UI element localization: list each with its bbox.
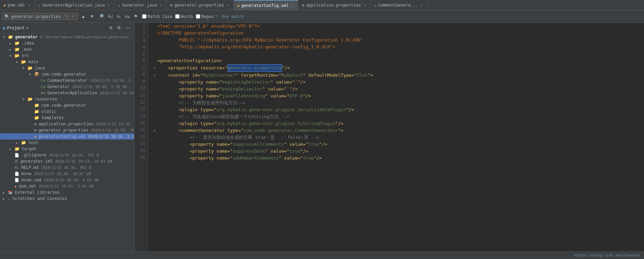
tab-comment-gen[interactable]: ☕ CommentGenera... ✕ [371, 0, 428, 10]
tree-item-target[interactable]: ▶ 📁 target [0, 146, 134, 152]
tab-close-pom[interactable]: ✕ [27, 3, 31, 7]
filter-results-btn[interactable]: ⚑ [132, 13, 139, 20]
java-icon: ☕ [374, 3, 376, 8]
tab-app-props[interactable]: ⚙ application.properties ✕ [298, 0, 370, 10]
words-checkbox[interactable] [175, 14, 180, 19]
tree-item-ext-libs[interactable]: ▶ 📚 External Libraries [0, 189, 134, 195]
search-input[interactable] [11, 14, 63, 19]
main-area: ▣ Project ▾ ⊞ ⚙ — ▼ 📁 generator D:\DevSo… [0, 23, 644, 251]
code-content: "/> [282, 65, 290, 71]
xml-icon: ◈ [237, 3, 240, 8]
sidebar-settings-btn[interactable]: ⚙ [115, 25, 122, 31]
code-content: suppressDate [233, 148, 265, 155]
arrow-icon: ▶ [3, 197, 7, 201]
code-area[interactable]: <?xml version="1.0" encoding="UTF-8"?> <… [148, 23, 644, 251]
regex-help-icon[interactable]: ? [215, 14, 217, 19]
tree-item-idea[interactable]: ▶ 📁 .idea [0, 40, 134, 46]
folder-icon: 📂 [28, 97, 33, 102]
code-content: endingDelimiter [222, 86, 262, 93]
tree-extra: 2020/2/15 19:53, 3.42 kB [39, 184, 93, 189]
search-refresh-btn[interactable]: ↻ [64, 14, 69, 19]
tree-item-mvn[interactable]: ▶ 📁 .mvn [0, 46, 134, 52]
next-match-btn[interactable]: ▼ [88, 13, 95, 20]
code-content: " defaultModelType=" [303, 72, 357, 79]
tree-label: test [28, 140, 38, 145]
tab-label: application.properties [306, 3, 361, 8]
tree-extra: 2020/2/15 19:53, 10.83 kB [55, 159, 112, 164]
tree-item-mvnw-cmd[interactable]: 📄 mvnw.cmd 2020/2/15 16:36, 6.61 kB [0, 177, 134, 183]
tree-item-package[interactable]: ▼ 📦 com.code.generator [0, 71, 134, 77]
tree-item-res-package[interactable]: 📁 com.code.generator [0, 102, 134, 108]
props-icon: ⚙ [302, 3, 304, 8]
tree-item-help-md[interactable]: M↓ HELP.md 2020/2/15 16:36, 902 B [0, 164, 134, 171]
tree-label: generator.properties [39, 128, 89, 133]
regex-checkbox[interactable] [196, 14, 200, 19]
filter-btn1[interactable]: Aₐ| [107, 13, 114, 19]
tree-item-generator-root[interactable]: ▼ 📁 generator D:\DevSoftWare\IDEA\workSp… [0, 34, 134, 40]
tab-close-gen-java[interactable]: ✕ [159, 3, 163, 7]
tab-close-gen-props[interactable]: ✕ [226, 3, 230, 7]
tree-label: mvnw.cmd [21, 178, 41, 182]
code-content: beginningDelimiter [222, 79, 271, 86]
regex-option[interactable]: Regex ? [196, 14, 217, 19]
tree-item-scratches[interactable]: ▶ ✏ Scratches and Consoles [0, 195, 134, 202]
tree-label: resources [35, 97, 57, 102]
folder-icon: 📁 [14, 146, 20, 151]
tab-generator-java[interactable]: ☕ Generator.java ✕ [114, 0, 167, 10]
tree-item-templates[interactable]: 📁 templates [0, 115, 134, 121]
line-numbers: 1 2 3 4 5 6 7 8 9 10 11 12 13 14 15 16 1… [134, 23, 148, 251]
code-line-4: "http://mybatis.org/dtd/mybatis-generato… [152, 44, 641, 50]
tab-close-gen-config[interactable]: ✕ [290, 3, 294, 8]
tree-item-resources[interactable]: ▼ 📂 resources [0, 96, 134, 102]
arrow-icon: ▶ [16, 141, 20, 145]
sidebar-layout-btn[interactable]: ⊞ [108, 25, 114, 31]
tree-item-generator[interactable]: C⚙ Generator 2020/2/15 18:48, 1.35 kB [0, 84, 134, 90]
tab-close-gen-app[interactable]: ✕ [107, 3, 111, 7]
tab-pom[interactable]: ◈ pom.xml ✕ [0, 0, 35, 10]
code-content: true [303, 155, 314, 162]
tree-label: generator.iml [20, 159, 53, 164]
tab-generator-config[interactable]: ◈ generatorConfig.xml ✕ [234, 0, 299, 10]
filter-btn2[interactable]: Aₐ [115, 13, 122, 19]
tree-item-test[interactable]: ▶ 📁 test [0, 140, 134, 146]
folder-icon: 📂 [28, 66, 33, 70]
tab-generator-props[interactable]: ⚙ generator.properties ✕ [167, 0, 234, 10]
tree-item-gen-iml[interactable]: 🗒 generator.iml 2020/2/15 19:53, 10.83 k… [0, 158, 134, 164]
tab-close-comment-gen[interactable]: ✕ [420, 3, 424, 7]
tree-item-comment-gen[interactable]: C⚙ CommentGenerator 2020/2/15 18:56, 2. [0, 77, 134, 84]
tree-item-src[interactable]: ▼ 📂 src [0, 52, 134, 59]
words-option[interactable]: Words [175, 14, 193, 19]
tree-extra: 2020/2/15 18:56, 2. [90, 78, 133, 83]
tree-item-gen-props[interactable]: ⚙ generator.properties 2020/2/15 18:59, … [0, 127, 134, 133]
java-app-icon: A⚙ [41, 91, 45, 95]
match-case-checkbox[interactable] [142, 14, 147, 19]
tab-label: CommentGenera... [378, 3, 418, 8]
code-content: " targetRuntime=" [235, 72, 281, 79]
tree-item-main[interactable]: ▼ 📂 main [0, 59, 134, 65]
tree-item-mvnw[interactable]: 📄 mvnw 2020/2/15 16:36, 10.07 kB [0, 171, 134, 177]
tree-label: generator [15, 35, 38, 39]
tree-item-pom[interactable]: ◈ pom.xml 2020/2/15 19:53, 3.42 kB [0, 183, 134, 189]
match-case-option[interactable]: Match Case [142, 14, 172, 19]
find-usages-btn[interactable]: 🔎 [97, 13, 105, 20]
tree-item-static[interactable]: 📁 static [0, 108, 134, 115]
tree-item-app-props[interactable]: ⚙ application.properties 2020/2/15 16:36… [0, 121, 134, 127]
folder-icon: 📂 [14, 53, 20, 58]
editor-content[interactable]: 1 2 3 4 5 6 7 8 9 10 11 12 13 14 15 16 1… [134, 23, 644, 251]
filter-btn3[interactable]: Aa [123, 14, 131, 19]
url-link[interactable]: https://blog.csdn.net/Xxacker [574, 253, 641, 258]
prev-match-btn[interactable]: ▲ [80, 13, 87, 20]
line-num: 6 [137, 57, 145, 64]
tree-label: templates [41, 115, 64, 120]
search-clear-btn[interactable]: ✕ [71, 14, 76, 19]
tree-item-gen-app[interactable]: A⚙ GeneratorApplication 2020/2/15 16:39,… [0, 90, 134, 96]
sidebar-minimize-btn[interactable]: — [124, 25, 131, 31]
tab-generator-app[interactable]: ☕ GeneratorApplication.java ✕ [35, 0, 114, 10]
tree-item-gitignore[interactable]: 📄 .gitignore 2020/2/15 16:36, 333 B [0, 152, 134, 158]
tree-label: .gitignore [21, 153, 46, 157]
tree-item-gen-config[interactable]: ◈ generatorConfig.xml 2020/2/15 19:18, 2… [0, 133, 134, 140]
tab-label: Generator.java [122, 3, 157, 8]
tree-item-java[interactable]: ▼ 📂 java [0, 65, 134, 71]
tab-close-app-props[interactable]: ✕ [363, 3, 367, 7]
project-dropdown-icon[interactable]: ▾ [26, 26, 29, 30]
